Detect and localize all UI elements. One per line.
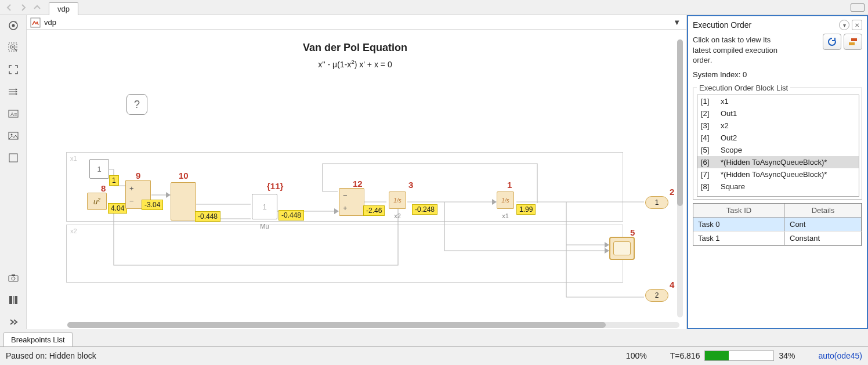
block-list-group: Execution Order Block List [1]x1[2]Out1[… bbox=[693, 84, 862, 200]
sum-block-2[interactable]: − + bbox=[339, 188, 364, 216]
block-list-row[interactable]: [8]Square bbox=[697, 180, 859, 193]
block-list-row[interactable]: [5]Scope bbox=[697, 144, 859, 156]
signal-value-neg304: -3.04 bbox=[142, 200, 163, 210]
diagram-title: Van der Pol Equation bbox=[303, 42, 407, 54]
zoom-in-icon[interactable] bbox=[6, 41, 20, 55]
zoom-level[interactable]: 100% bbox=[626, 351, 647, 360]
exec-number-10: 10 bbox=[179, 171, 189, 180]
block-list-row[interactable]: [3]x2 bbox=[697, 120, 859, 132]
highlight-button[interactable] bbox=[844, 34, 862, 50]
integrator-x2[interactable]: 1/s bbox=[389, 191, 406, 209]
signals-icon[interactable] bbox=[6, 85, 20, 99]
breadcrumb-bar: vdp ▼ bbox=[27, 15, 686, 30]
diagram-title-block: Van der Pol Equation x'' - μ(1-x2) x' + … bbox=[303, 42, 407, 69]
paused-status: Paused on: Hidden block bbox=[6, 351, 96, 360]
exec-number-8: 8 bbox=[101, 183, 106, 193]
main-area: A≡ vdp ▼ Van der Pol Equation x'' - μ(1-… bbox=[0, 15, 868, 329]
signal-value-muout: -0.448 bbox=[279, 210, 304, 221]
target-icon[interactable] bbox=[6, 19, 20, 32]
breadcrumb-dropdown-icon[interactable]: ▼ bbox=[673, 18, 681, 27]
block-list[interactable]: [1]x1[2]Out1[3]x2[4]Out2[5]Scope[6]*(Hid… bbox=[697, 95, 859, 197]
image-icon[interactable] bbox=[6, 129, 20, 143]
block-list-row[interactable]: [4]Out2 bbox=[697, 132, 859, 144]
block-list-row[interactable]: [6]*(Hidden ToAsyncQueueBlock)* bbox=[697, 156, 859, 168]
svg-rect-17 bbox=[851, 38, 857, 41]
arrow-icon bbox=[334, 208, 339, 214]
help-button[interactable]: ? bbox=[126, 94, 147, 115]
svg-rect-11 bbox=[12, 274, 15, 276]
progress-bar bbox=[704, 350, 774, 361]
out-port-1[interactable]: 1 bbox=[645, 196, 668, 209]
library-icon[interactable] bbox=[6, 293, 20, 307]
exec-number-5: 5 bbox=[630, 227, 635, 237]
scope-block[interactable] bbox=[609, 237, 635, 260]
signal-value-neg0248: -0.248 bbox=[412, 204, 437, 215]
back-icon[interactable] bbox=[3, 2, 15, 13]
rail-x1-label: x1 bbox=[70, 155, 77, 162]
svg-point-7 bbox=[10, 134, 12, 136]
gain-block-mu[interactable]: 1 bbox=[252, 194, 277, 219]
arrow-icon bbox=[492, 199, 497, 205]
annotation-icon[interactable]: A≡ bbox=[6, 107, 20, 121]
svg-rect-14 bbox=[15, 296, 17, 304]
exec-number-2: 2 bbox=[670, 187, 674, 197]
integrator-x1[interactable]: 1/s bbox=[497, 191, 514, 209]
task-header-details: Details bbox=[785, 204, 862, 217]
canvas-vscroll[interactable] bbox=[677, 39, 683, 317]
breakpoints-tab[interactable]: Breakpoints List bbox=[3, 333, 73, 346]
square-block[interactable]: u2 bbox=[87, 193, 107, 210]
exec-number-11: {11} bbox=[267, 181, 283, 191]
model-file-icon bbox=[30, 17, 41, 28]
more-icon[interactable] bbox=[6, 315, 20, 329]
system-index: System Index: 0 bbox=[693, 70, 862, 79]
block-list-row[interactable]: [2]Out1 bbox=[697, 107, 859, 120]
left-toolbar: A≡ bbox=[0, 15, 27, 329]
execution-order-panel: Execution Order ▾ ✕ Click on task to vie… bbox=[687, 15, 868, 329]
area-icon[interactable] bbox=[6, 151, 20, 165]
refresh-button[interactable] bbox=[823, 34, 841, 50]
keyboard-icon[interactable] bbox=[851, 3, 865, 12]
sim-time: T=6.816 bbox=[670, 351, 700, 360]
breadcrumb-model[interactable]: vdp bbox=[44, 18, 56, 27]
task-header-id: Task ID bbox=[693, 204, 785, 217]
panel-title: Execution Order bbox=[693, 20, 837, 30]
out-port-2[interactable]: 2 bbox=[645, 289, 668, 302]
rail-x2: x2 bbox=[66, 225, 623, 283]
block-list-row[interactable]: [7]*(Hidden ToAsyncQueueBlock)* bbox=[697, 168, 859, 180]
svg-point-10 bbox=[12, 277, 15, 280]
fit-view-icon[interactable] bbox=[6, 63, 20, 77]
svg-rect-12 bbox=[9, 296, 12, 304]
solver-link[interactable]: auto(ode45) bbox=[818, 351, 862, 360]
exec-number-4: 4 bbox=[670, 280, 674, 290]
panel-minimize-icon[interactable]: ▾ bbox=[839, 20, 849, 30]
panel-close-icon[interactable]: ✕ bbox=[852, 20, 862, 30]
status-bar: Paused on: Hidden block 100% T=6.816 34%… bbox=[0, 346, 868, 364]
canvas[interactable]: Van der Pol Equation x'' - μ(1-x2) x' + … bbox=[27, 30, 686, 329]
product-block[interactable] bbox=[171, 182, 196, 221]
task-row[interactable]: Task 1Constant bbox=[693, 232, 862, 245]
exec-number-9: 9 bbox=[136, 171, 140, 180]
snapshot-icon[interactable] bbox=[6, 271, 20, 285]
signal-value-199: 1.99 bbox=[516, 204, 536, 215]
up-icon[interactable] bbox=[31, 2, 43, 13]
arrow-icon bbox=[605, 242, 609, 248]
model-tab[interactable]: vdp bbox=[49, 2, 78, 16]
x2-label: x2 bbox=[394, 212, 401, 219]
block-list-row[interactable]: [1]x1 bbox=[697, 95, 859, 107]
arrow-icon bbox=[605, 248, 609, 254]
exec-number-1: 1 bbox=[507, 180, 512, 190]
signal-value-404: 4.04 bbox=[108, 203, 127, 214]
svg-point-1 bbox=[12, 24, 15, 27]
x1-label: x1 bbox=[502, 212, 509, 219]
forward-icon[interactable] bbox=[17, 2, 29, 13]
constant-block-1[interactable]: 1 bbox=[89, 159, 109, 179]
task-table: Task ID Details Task 0ContTask 1Constant bbox=[693, 203, 862, 246]
task-row[interactable]: Task 0Cont bbox=[693, 218, 862, 232]
canvas-hscroll[interactable] bbox=[67, 322, 679, 328]
center-pane: vdp ▼ Van der Pol Equation x'' - μ(1-x2)… bbox=[27, 15, 687, 329]
svg-text:A≡: A≡ bbox=[10, 111, 17, 117]
svg-rect-13 bbox=[13, 296, 15, 304]
breakpoints-bar: Breakpoints List bbox=[0, 329, 868, 346]
svg-rect-8 bbox=[9, 154, 17, 162]
rail-x2-label: x2 bbox=[70, 227, 77, 234]
